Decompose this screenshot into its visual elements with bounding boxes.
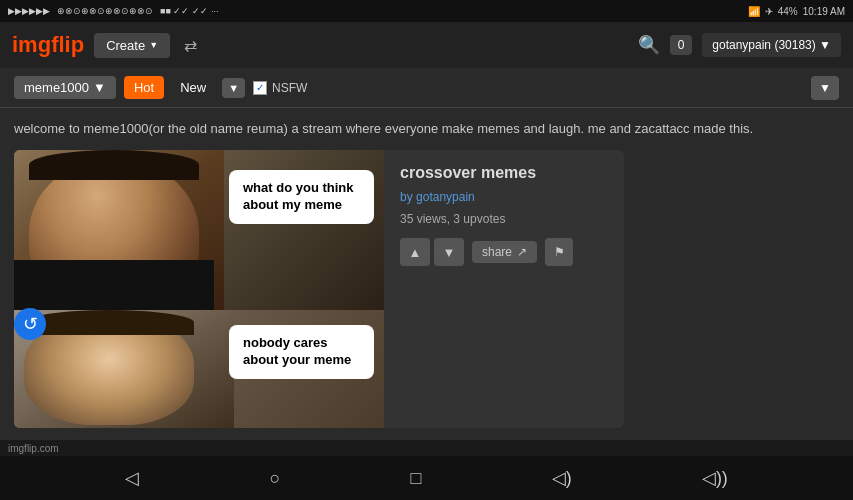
stream-name-button[interactable]: meme1000 ▼ <box>14 76 116 99</box>
new-dropdown-chevron: ▼ <box>228 82 239 94</box>
new-filter-button[interactable]: New <box>172 76 214 99</box>
create-chevron: ▼ <box>149 40 158 50</box>
meme-author: by gotanypain <box>400 190 608 204</box>
meme-image[interactable]: what do you think about my meme nobody c… <box>14 150 384 428</box>
stream-chevron: ▼ <box>93 80 106 95</box>
logo[interactable]: imgflip <box>12 32 84 58</box>
author-name[interactable]: gotanypain <box>416 190 475 204</box>
status-bar: ▶▶▶▶▶▶ ⊕⊗⊙⊕⊗⊙⊕⊗⊙⊕⊗⊙ ■■ ✓✓ ✓✓ ··· 📶 ✈ 44%… <box>0 0 853 22</box>
main-content: welcome to meme1000(or the old name reum… <box>0 108 853 440</box>
home-button[interactable]: ○ <box>269 468 280 489</box>
meme-actions: ▲ ▼ share ↗ ⚑ <box>400 238 608 266</box>
speech-bubble-top: what do you think about my meme <box>229 170 374 224</box>
recents-icon: □ <box>411 468 422 488</box>
vote-buttons: ▲ ▼ <box>400 238 464 266</box>
by-label: by <box>400 190 413 204</box>
dropdown-arrow: ▼ <box>819 81 831 95</box>
fab-icon: ↺ <box>23 313 38 335</box>
upvote-button[interactable]: ▲ <box>400 238 430 266</box>
meme-stats: 35 views, 3 upvotes <box>400 212 608 226</box>
share-icon: ↗ <box>517 245 527 259</box>
recents-button[interactable]: □ <box>411 468 422 489</box>
status-dots: ··· <box>211 6 219 16</box>
meme-top-panel: what do you think about my meme <box>14 150 384 310</box>
stream-dropdown-right[interactable]: ▼ <box>811 76 839 100</box>
vol-down-icon: ◁) <box>552 468 572 488</box>
hair-top <box>29 150 199 180</box>
back-icon: ◁ <box>125 468 139 488</box>
notification-badge[interactable]: 0 <box>670 35 693 55</box>
nsfw-toggle[interactable]: NSFW <box>253 81 307 95</box>
footer-text: imgflip.com <box>8 443 59 454</box>
hair-bottom <box>24 310 194 335</box>
meme-info: crossover memes by gotanypain 35 views, … <box>384 150 624 428</box>
new-dropdown-button[interactable]: ▼ <box>222 78 245 98</box>
user-num: (30183) <box>774 38 815 52</box>
hot-label: Hot <box>134 80 154 95</box>
upvote-icon: ▲ <box>409 245 422 260</box>
nsfw-checkbox[interactable] <box>253 81 267 95</box>
jacket-top <box>14 260 214 310</box>
vol-down-button[interactable]: ◁) <box>552 467 572 489</box>
status-right: 📶 ✈ 44% 10:19 AM <box>748 6 845 17</box>
logo-img: img <box>12 32 51 57</box>
status-icon-1: ▶▶▶▶▶▶ <box>8 6 50 16</box>
hot-filter-button[interactable]: Hot <box>124 76 164 99</box>
downvote-icon: ▼ <box>443 245 456 260</box>
downvote-button[interactable]: ▼ <box>434 238 464 266</box>
meme-panels: what do you think about my meme nobody c… <box>14 150 384 428</box>
flag-icon: ⚑ <box>554 245 565 259</box>
status-icon-2: ⊕⊗⊙⊕⊗⊙⊕⊗⊙⊕⊗⊙ <box>57 6 153 16</box>
meme-bottom-panel: nobody cares about your meme <box>14 310 384 428</box>
back-button[interactable]: ◁ <box>125 467 139 489</box>
user-menu-button[interactable]: gotanypain (30183) ▼ <box>702 33 841 57</box>
vol-up-icon: ◁)) <box>702 468 728 488</box>
meme-card: what do you think about my meme nobody c… <box>14 150 624 428</box>
stream-name-label: meme1000 <box>24 80 89 95</box>
home-icon: ○ <box>269 468 280 488</box>
footer-bar: imgflip.com <box>0 440 853 456</box>
fab-button[interactable]: ↺ <box>14 308 46 340</box>
bottom-nav: ◁ ○ □ ◁) ◁)) <box>0 456 853 500</box>
speech-bubble-bottom: nobody cares about your meme <box>229 325 374 379</box>
nsfw-label: NSFW <box>272 81 307 95</box>
user-chevron: ▼ <box>819 38 831 52</box>
vol-up-button[interactable]: ◁)) <box>702 467 728 489</box>
status-icon-3: ■■ ✓✓ ✓✓ <box>160 6 208 16</box>
search-icon[interactable]: 🔍 <box>638 34 660 56</box>
user-name: gotanypain <box>712 38 771 52</box>
shuffle-icon[interactable]: ⇄ <box>184 36 197 55</box>
meme-title: crossover memes <box>400 164 608 182</box>
status-icons: ▶▶▶▶▶▶ ⊕⊗⊙⊕⊗⊙⊕⊗⊙⊕⊗⊙ ■■ ✓✓ ✓✓ ··· <box>8 6 218 16</box>
logo-flip: flip <box>51 32 84 57</box>
stream-description: welcome to meme1000(or the old name reum… <box>14 120 839 138</box>
nav-bar: imgflip Create ▼ ⇄ 🔍 0 gotanypain (30183… <box>0 22 853 68</box>
speech-top-text: what do you think about my meme <box>243 180 354 212</box>
battery-level: 44% <box>778 6 798 17</box>
signal-icon: ✈ <box>765 6 773 17</box>
stream-bar: meme1000 ▼ Hot New ▼ NSFW ▼ <box>0 68 853 108</box>
speech-bottom-text: nobody cares about your meme <box>243 335 351 367</box>
flag-button[interactable]: ⚑ <box>545 238 573 266</box>
new-label: New <box>180 80 206 95</box>
create-label: Create <box>106 38 145 53</box>
wifi-icon: 📶 <box>748 6 760 17</box>
clock: 10:19 AM <box>803 6 845 17</box>
share-button[interactable]: share ↗ <box>472 241 537 263</box>
create-button[interactable]: Create ▼ <box>94 33 170 58</box>
share-label: share <box>482 245 512 259</box>
